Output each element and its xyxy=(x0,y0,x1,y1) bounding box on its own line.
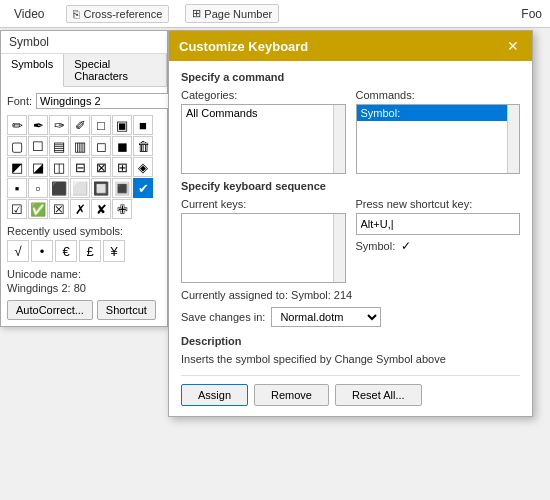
font-row: Font: xyxy=(7,93,161,109)
commands-label: Commands: xyxy=(356,89,521,101)
symbol-dialog: Symbol Symbols Special Characters Font: … xyxy=(0,30,168,327)
save-changes-label: Save changes in: xyxy=(181,311,265,323)
symbol-cell[interactable]: ✏ xyxy=(7,115,27,135)
cross-reference-icon: ⎘ xyxy=(73,8,80,20)
symbol-cell[interactable]: 🔲 xyxy=(91,178,111,198)
autocorrect-button[interactable]: AutoCorrect... xyxy=(7,300,93,320)
action-buttons: Assign Remove Reset All... xyxy=(181,375,520,406)
symbol-cell[interactable]: ◪ xyxy=(28,157,48,177)
symbol-cell[interactable]: ▫ xyxy=(28,178,48,198)
current-keys-scrollbar[interactable] xyxy=(333,214,345,282)
symbol-grid: ✏ ✒ ✑ ✐ □ ▣ ■ ▢ ☐ ▤ ▥ ◻ ◼ 🗑 ◩ ◪ ◫ ⊟ ⊠ ⊞ … xyxy=(7,115,161,219)
ribbon-bar: Video ⎘ Cross-reference ⊞ Page Number Fo… xyxy=(0,0,550,28)
save-changes-row: Save changes in: Normal.dotm xyxy=(181,307,520,327)
symbol-cell[interactable]: ✒ xyxy=(28,115,48,135)
recent-symbol[interactable]: √ xyxy=(7,240,29,262)
current-keys-listbox[interactable] xyxy=(181,213,346,283)
symbol-cell[interactable]: ✘ xyxy=(91,199,111,219)
keyboard-dialog-titlebar: Customize Keyboard ✕ xyxy=(169,31,532,61)
tab-special-characters[interactable]: Special Characters xyxy=(64,54,167,86)
font-label: Font: xyxy=(7,95,32,107)
symbol-cell[interactable]: □ xyxy=(91,115,111,135)
description-label: Description xyxy=(181,335,520,347)
symbol-cell[interactable]: 🗑 xyxy=(133,136,153,156)
reset-all-button[interactable]: Reset All... xyxy=(335,384,422,406)
specify-command-columns: Categories: All Commands Commands: Symbo… xyxy=(181,89,520,174)
customize-keyboard-dialog: Customize Keyboard ✕ Specify a command C… xyxy=(168,30,533,417)
symbol-cell[interactable]: ▢ xyxy=(7,136,27,156)
commands-column: Commands: Symbol: xyxy=(356,89,521,174)
symbol-cell[interactable]: ⬜ xyxy=(70,178,90,198)
symbol-cell[interactable]: ▤ xyxy=(49,136,69,156)
description-section: Description Inserts the symbol specified… xyxy=(181,335,520,365)
recently-used-row: √ • € £ ¥ xyxy=(7,240,161,262)
specify-command-label: Specify a command xyxy=(181,71,520,83)
unicode-name-value: Wingdings 2: 80 xyxy=(7,282,161,294)
keyboard-close-button[interactable]: ✕ xyxy=(504,37,522,55)
symbol-cell[interactable]: ⬛ xyxy=(49,178,69,198)
symbol-checkmark: ✓ xyxy=(401,239,411,253)
symbol-cell[interactable]: ✙ xyxy=(112,199,132,219)
symbol-cell-selected[interactable]: ✔ xyxy=(133,178,153,198)
description-text: Inserts the symbol specified by Change S… xyxy=(181,353,520,365)
symbol-cell[interactable]: ☒ xyxy=(49,199,69,219)
symbol-cell[interactable]: ✅ xyxy=(28,199,48,219)
keyboard-sequence-columns: Current keys: Press new shortcut key: Sy… xyxy=(181,198,520,283)
symbol-cell[interactable]: ■ xyxy=(133,115,153,135)
recent-symbol[interactable]: € xyxy=(55,240,77,262)
ribbon-right: Foo xyxy=(521,7,542,21)
commands-listbox[interactable]: Symbol: xyxy=(356,104,521,174)
symbol-cell[interactable]: ✗ xyxy=(70,199,90,219)
press-shortcut-column: Press new shortcut key: Symbol: ✓ xyxy=(356,198,521,283)
symbol-cell[interactable]: ✐ xyxy=(70,115,90,135)
font-input[interactable] xyxy=(36,93,182,109)
foo-label: Foo xyxy=(521,7,542,21)
symbol-cell[interactable]: ☐ xyxy=(28,136,48,156)
ribbon-button-cross-reference[interactable]: ⎘ Cross-reference xyxy=(66,5,169,23)
symbol-cell[interactable]: ⊟ xyxy=(70,157,90,177)
categories-scrollbar[interactable] xyxy=(333,105,345,173)
commands-item-selected[interactable]: Symbol: xyxy=(357,105,520,121)
assign-button[interactable]: Assign xyxy=(181,384,248,406)
shortcut-button[interactable]: Shortcut xyxy=(97,300,156,320)
symbol-dialog-titlebar: Symbol xyxy=(1,31,167,54)
recent-symbol[interactable]: £ xyxy=(79,240,101,262)
symbol-cell[interactable]: ◼ xyxy=(112,136,132,156)
tab-symbols[interactable]: Symbols xyxy=(1,54,64,87)
categories-listbox[interactable]: All Commands xyxy=(181,104,346,174)
symbol-cell[interactable]: 🔳 xyxy=(112,178,132,198)
symbol-cell[interactable]: ◈ xyxy=(133,157,153,177)
symbol-tab-bar: Symbols Special Characters xyxy=(1,54,167,87)
save-changes-select[interactable]: Normal.dotm xyxy=(271,307,381,327)
remove-button[interactable]: Remove xyxy=(254,384,329,406)
unicode-name-label: Unicode name: xyxy=(7,268,161,280)
symbol-cell[interactable]: ⊠ xyxy=(91,157,111,177)
categories-column: Categories: All Commands xyxy=(181,89,346,174)
shortcut-key-input[interactable] xyxy=(356,213,521,235)
symbol-action-buttons: AutoCorrect... Shortcut xyxy=(7,300,161,320)
symbol-cell[interactable]: ◻ xyxy=(91,136,111,156)
ribbon-button-page-number[interactable]: ⊞ Page Number xyxy=(185,4,279,23)
recent-symbol[interactable]: ¥ xyxy=(103,240,125,262)
commands-scrollbar[interactable] xyxy=(507,105,519,173)
symbol-cell[interactable]: ▥ xyxy=(70,136,90,156)
ribbon-tab-video[interactable]: Video xyxy=(8,3,50,25)
symbol-check-row: Symbol: ✓ xyxy=(356,239,521,253)
symbol-cell[interactable]: ⊞ xyxy=(112,157,132,177)
keyboard-dialog-title: Customize Keyboard xyxy=(179,39,308,54)
symbol-body: Font: ✏ ✒ ✑ ✐ □ ▣ ■ ▢ ☐ ▤ ▥ ◻ ◼ 🗑 ◩ ◪ ◫ … xyxy=(1,87,167,326)
symbol-cell[interactable]: ✑ xyxy=(49,115,69,135)
symbol-dialog-title: Symbol xyxy=(9,35,49,49)
symbol-cell[interactable]: ▪ xyxy=(7,178,27,198)
recent-symbol[interactable]: • xyxy=(31,240,53,262)
categories-item[interactable]: All Commands xyxy=(182,105,345,121)
current-keys-label: Current keys: xyxy=(181,198,346,210)
symbol-cell[interactable]: ▣ xyxy=(112,115,132,135)
recently-used-label: Recently used symbols: xyxy=(7,225,161,237)
keyboard-dialog-body: Specify a command Categories: All Comman… xyxy=(169,61,532,416)
press-shortcut-label: Press new shortcut key: xyxy=(356,198,521,210)
symbol-cell[interactable]: ◫ xyxy=(49,157,69,177)
symbol-cell[interactable]: ◩ xyxy=(7,157,27,177)
page-number-icon: ⊞ xyxy=(192,7,201,20)
symbol-cell[interactable]: ☑ xyxy=(7,199,27,219)
